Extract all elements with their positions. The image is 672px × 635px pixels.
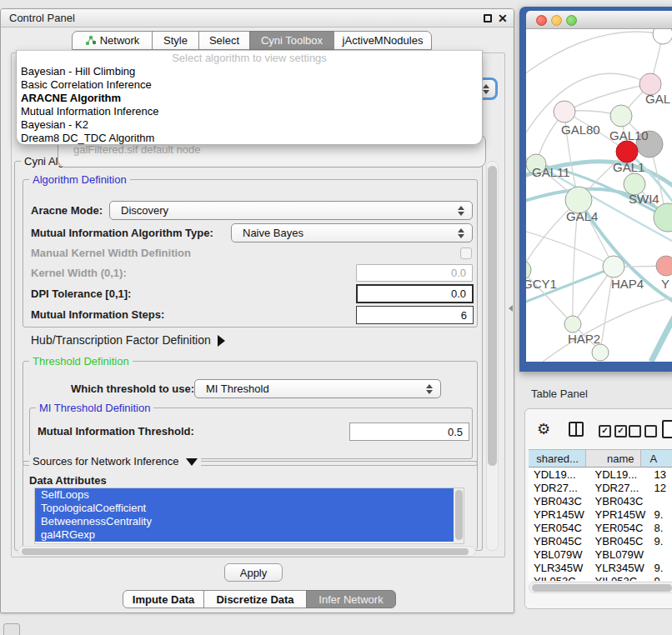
float-window-icon[interactable] — [484, 14, 492, 22]
bottom-left-mini-button[interactable] — [3, 623, 20, 635]
table-panel-title: Table Panel — [531, 388, 588, 400]
tab-jactivemnodules[interactable]: jActiveMNodules — [333, 31, 432, 50]
tab-discretize-data[interactable]: Discretize Data — [203, 590, 307, 608]
node-gal10[interactable] — [610, 105, 632, 127]
dpi-tolerance-field[interactable]: 0.0 — [356, 284, 474, 303]
deselect-all-columns-icon[interactable] — [629, 425, 657, 438]
tab-cyni-toolbox[interactable]: Cyni Toolbox — [249, 31, 334, 50]
attributes-list-scrollbar-thumb[interactable] — [455, 490, 463, 540]
tab-style[interactable]: Style — [152, 31, 199, 50]
table-row[interactable]: YBR045CYBR045C9. — [529, 534, 672, 548]
which-threshold-value: MI Threshold — [206, 382, 269, 395]
tab-infer-network-label: Infer Network — [318, 593, 383, 606]
tab-infer-network[interactable]: Infer Network — [306, 590, 396, 608]
dropdown-item-basic-correlation[interactable]: Basic Correlation Inference — [17, 78, 482, 92]
settings-scrollbar[interactable] — [486, 161, 499, 551]
column-header-clipped[interactable]: A — [641, 449, 672, 468]
node-salmon[interactable] — [656, 256, 672, 276]
aracne-mode-value: Discovery — [121, 204, 168, 217]
table-row[interactable]: YER054CYER054C8. — [529, 521, 672, 534]
table-hscrollbar[interactable] — [529, 582, 672, 593]
panel-divider-arrow-icon[interactable] — [509, 305, 513, 312]
select-all-columns-icon[interactable]: ✓✓ — [599, 425, 627, 438]
kernel-width-field[interactable]: 0.0 — [356, 264, 473, 282]
apply-button-label: Apply — [240, 567, 268, 579]
table-row[interactable]: YDR27...YDR27...12 — [529, 481, 672, 494]
mi-steps-field[interactable]: 6 — [356, 306, 474, 324]
column-header-shared-name[interactable]: shared... — [529, 449, 586, 468]
attributes-hscrollbar[interactable] — [18, 546, 476, 557]
close-icon[interactable]: ✕ — [498, 12, 508, 24]
table-row[interactable]: YIL053CYIL053C9. — [529, 574, 672, 581]
attribute-topologicalcoefficient[interactable]: TopologicalCoefficient — [35, 502, 460, 515]
dpi-tolerance-value: 0.0 — [451, 288, 466, 300]
tab-select[interactable]: Select — [198, 31, 250, 50]
node-table: shared... name A YDL19...YDL19...13 YDR2… — [529, 449, 672, 581]
which-threshold-combo[interactable]: MI Threshold — [194, 379, 441, 398]
node-gal80[interactable] — [554, 101, 575, 122]
table-row[interactable]: YLR345WYLR345W9. — [529, 561, 672, 574]
label-swi4: SWI4 — [629, 192, 659, 206]
attributes-hscrollbar-thumb[interactable] — [22, 548, 469, 555]
manual-kernel-width-checkbox[interactable] — [460, 248, 472, 259]
node-hap2[interactable] — [564, 316, 581, 332]
table-hscrollbar-thumb[interactable] — [532, 584, 672, 592]
tab-impute-data[interactable]: Impute Data — [123, 590, 204, 608]
mi-steps-value: 6 — [461, 309, 467, 322]
screen: Control Panel ✕ Network Style Select Cyn… — [0, 0, 672, 635]
node-bottom[interactable] — [592, 344, 609, 361]
split-table-icon[interactable] — [569, 422, 584, 437]
sources-group-title[interactable]: Sources for Network Inference — [29, 455, 201, 468]
mi-algorithm-type-combo[interactable]: Naive Bayes — [231, 223, 473, 242]
attribute-gal4rgexp[interactable]: gal4RGexp — [35, 528, 460, 542]
data-attributes-label: Data Attributes — [29, 474, 107, 488]
network-window-titlebar[interactable] — [526, 11, 672, 29]
threshold-definition-title: Threshold Definition — [29, 355, 133, 368]
tab-network[interactable]: Network — [72, 31, 153, 50]
label-hap4: HAP4 — [611, 277, 644, 291]
settings-scrollbar-thumb[interactable] — [488, 166, 497, 466]
dropdown-item-bayesian-k2[interactable]: Bayesian - K2 — [17, 118, 482, 132]
tab-style-label: Style — [163, 34, 188, 47]
mac-close-button[interactable] — [536, 15, 547, 26]
attribute-betweennesscentrality[interactable]: BetweennessCentrality — [35, 515, 460, 528]
hub-transcription-section[interactable]: Hub/Transcription Factor Definition — [31, 332, 225, 348]
mac-minimize-button[interactable] — [551, 15, 562, 26]
table-row[interactable]: YBR043CYBR043C — [529, 494, 672, 508]
expand-right-icon[interactable] — [218, 335, 225, 347]
label-gal4: GAL4 — [566, 209, 598, 223]
label-gal80: GAL80 — [561, 122, 600, 137]
table-settings-gear-icon[interactable]: ⚙ — [537, 422, 550, 437]
table-row[interactable]: YDL19...YDL19...13 — [529, 468, 672, 481]
label-gal10: GAL10 — [609, 128, 649, 142]
collapse-down-icon[interactable] — [186, 458, 198, 466]
label-gal7: GAL — [645, 92, 670, 106]
label-gal1: GAL1 — [613, 160, 644, 174]
dropdown-item-bayesian-hill-climbing[interactable]: Bayesian - Hill Climbing — [17, 65, 482, 78]
apply-button[interactable]: Apply — [224, 563, 283, 582]
dropdown-item-aracne[interactable]: ARACNE Algorithm — [17, 92, 482, 105]
bottom-tab-strip: Impute Data Discretize Data Infer Networ… — [123, 590, 396, 608]
column-header-name[interactable]: name — [586, 449, 642, 468]
dpi-tolerance-label: DPI Tolerance [0,1]: — [31, 284, 131, 303]
attribute-selfloops[interactable]: SelfLoops — [35, 488, 460, 502]
mi-threshold-value: 0.5 — [448, 426, 463, 438]
attributes-list-scrollbar[interactable] — [454, 488, 464, 543]
dropdown-item-mutual-information[interactable]: Mutual Information Inference — [17, 105, 482, 118]
network-canvas[interactable]: GAL GAL80 GAL10 GAL1 GAL11 SWI4 GAL4 GCY… — [526, 29, 672, 362]
mac-zoom-button[interactable] — [566, 15, 577, 26]
table-panel: ⚙ ✓✓ shared... name A YDL19...YDL19...13… — [524, 408, 672, 609]
tab-select-label: Select — [209, 34, 239, 47]
mi-threshold-field[interactable]: 0.5 — [349, 422, 469, 441]
node-hap4[interactable] — [603, 256, 624, 278]
table-row[interactable]: YPR145WYPR145W9. — [529, 508, 672, 521]
aracne-mode-combo[interactable]: Discovery — [109, 201, 473, 220]
node-top[interactable] — [653, 29, 672, 44]
data-attributes-list: SelfLoops TopologicalCoefficient Between… — [34, 488, 464, 544]
dropdown-item-dream8[interactable]: Dream8 DC_TDC Algorithm — [17, 132, 482, 145]
control-panel-titlebar[interactable]: Control Panel ✕ — [1, 9, 514, 28]
table-row[interactable]: YBL079WYBL079W — [529, 548, 672, 561]
new-table-icon[interactable] — [662, 420, 672, 438]
table-header-row: shared... name A — [529, 449, 672, 468]
manual-kernel-width-label: Manual Kernel Width Definition — [31, 247, 191, 260]
